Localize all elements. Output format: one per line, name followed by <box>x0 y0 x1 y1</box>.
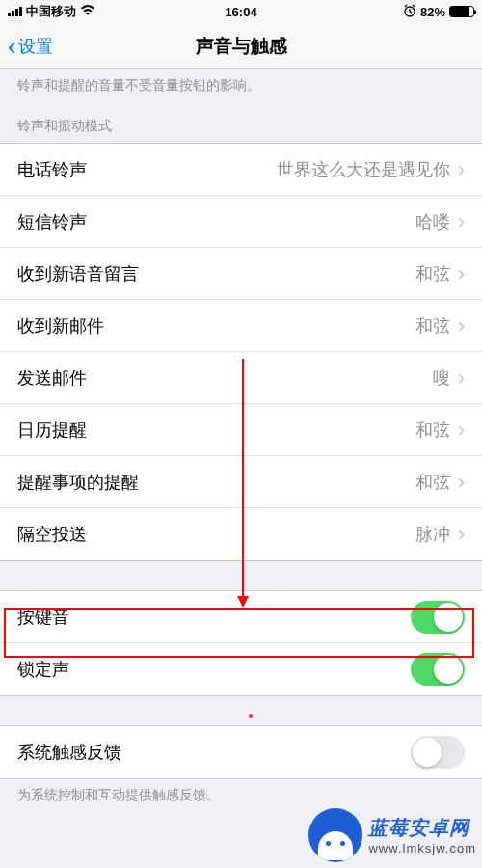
chevron-right-icon: › <box>458 522 465 547</box>
chevron-right-icon: › <box>458 157 465 182</box>
ringtone-row[interactable]: 短信铃声 哈喽 › <box>0 196 482 248</box>
row-label: 短信铃声 <box>17 210 87 233</box>
row-label: 日历提醒 <box>17 419 87 442</box>
row-label: 收到新邮件 <box>17 314 104 338</box>
row-label: 系统触感反馈 <box>17 741 121 764</box>
row-value: 和弦 <box>415 419 450 442</box>
alarm-icon <box>403 4 416 20</box>
status-left: 中国移动 <box>8 3 95 20</box>
annotation-dot <box>249 714 253 718</box>
ringtone-row[interactable]: 提醒事项的提醒 和弦 › <box>0 456 482 508</box>
signal-icon <box>8 7 22 16</box>
row-value: 和弦 <box>415 471 450 494</box>
row-label: 提醒事项的提醒 <box>17 471 139 494</box>
keyboard-toggle[interactable] <box>411 601 465 634</box>
watermark: 蓝莓安卓网 www.lmksjw.com <box>308 808 476 862</box>
chevron-right-icon: › <box>458 470 465 495</box>
row-value: 世界这么大还是遇见你 <box>277 158 450 181</box>
row-label: 发送邮件 <box>17 366 87 390</box>
chevron-right-icon: › <box>458 366 465 391</box>
ringtone-section-header: 铃声和振动模式 <box>0 104 482 143</box>
keyboard-list: 按键音 锁定声 <box>0 590 482 696</box>
row-label: 隔空投送 <box>17 523 87 546</box>
nav-bar: ‹ 设置 声音与触感 <box>0 23 482 69</box>
row-label: 电话铃声 <box>17 158 87 181</box>
row-label: 锁定声 <box>17 658 69 681</box>
watermark-title: 蓝莓安卓网 <box>368 815 469 841</box>
row-value: 脉冲 <box>415 523 450 546</box>
page-title: 声音与触感 <box>196 34 287 59</box>
row-value: 和弦 <box>415 262 450 285</box>
status-time: 16:04 <box>225 5 256 19</box>
status-right: 82% <box>403 4 474 20</box>
haptics-row: 系统触感反馈 <box>0 726 482 778</box>
keyboard-row: 锁定声 <box>0 643 482 695</box>
watermark-logo-icon <box>308 808 362 862</box>
chevron-right-icon: › <box>458 209 465 234</box>
keyboard-row: 按键音 <box>0 591 482 643</box>
chevron-right-icon: › <box>458 261 465 286</box>
row-value: 哈喽 <box>415 210 450 233</box>
chevron-right-icon: › <box>458 313 465 339</box>
wifi-icon <box>80 4 95 19</box>
ringtone-row[interactable]: 收到新语音留言 和弦 › <box>0 248 482 300</box>
watermark-url: www.lmksjw.com <box>368 841 476 855</box>
ringtone-row[interactable]: 电话铃声 世界这么大还是遇见你 › <box>0 144 482 196</box>
row-value: 和弦 <box>415 314 450 338</box>
chevron-left-icon: ‹ <box>8 34 16 59</box>
row-value: 嗖 <box>433 366 450 390</box>
battery-pct: 82% <box>420 5 445 19</box>
keyboard-toggle[interactable] <box>411 653 465 686</box>
status-bar: 中国移动 16:04 82% <box>0 0 482 23</box>
back-label: 设置 <box>18 35 53 58</box>
haptics-list: 系统触感反馈 <box>0 725 482 779</box>
row-label: 按键音 <box>17 606 69 629</box>
row-label: 收到新语音留言 <box>17 262 139 285</box>
chevron-right-icon: › <box>458 418 465 443</box>
content-scroll[interactable]: 铃声和提醒的音量不受音量按钮的影响。 铃声和振动模式 电话铃声 世界这么大还是遇… <box>0 69 482 868</box>
haptics-toggle[interactable] <box>411 736 465 769</box>
ringtone-list: 电话铃声 世界这么大还是遇见你 › 短信铃声 哈喽 › 收到新语音留言 和弦 ›… <box>0 143 482 561</box>
ringtone-row[interactable]: 日历提醒 和弦 › <box>0 404 482 456</box>
ringtone-row[interactable]: 隔空投送 脉冲 › <box>0 508 482 560</box>
battery-icon <box>449 6 474 17</box>
volume-footer: 铃声和提醒的音量不受音量按钮的影响。 <box>0 69 482 104</box>
ringtone-row[interactable]: 收到新邮件 和弦 › <box>0 300 482 352</box>
back-button[interactable]: ‹ 设置 <box>8 34 53 59</box>
ringtone-row[interactable]: 发送邮件 嗖 › <box>0 352 482 404</box>
carrier-label: 中国移动 <box>26 3 76 20</box>
